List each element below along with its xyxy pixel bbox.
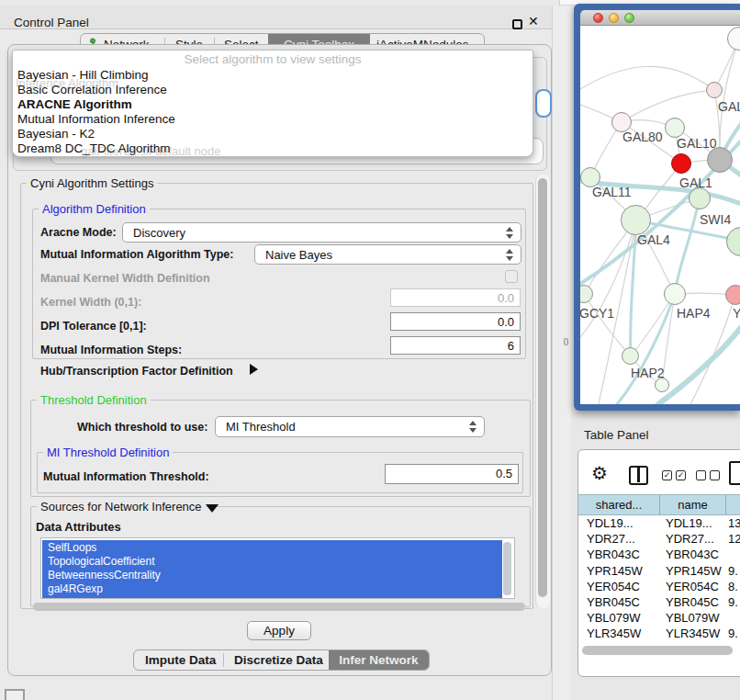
node-label-clipped: GAL [718,99,740,114]
tab-impute-data[interactable]: Impute Data [145,653,216,667]
settings-scrollbar-thumb[interactable] [538,178,547,597]
dropdown-placeholder: Select algorithm to view settings [13,52,533,66]
cell: 9. [728,564,738,578]
mi-steps-field[interactable]: 6 [390,336,521,355]
tab-separator [223,653,224,667]
corner-widget-icon[interactable] [5,689,25,700]
cell: 9. [728,627,738,640]
window-minimize-icon[interactable] [609,13,619,23]
table-horizontal-scrollbar[interactable] [582,646,733,655]
panel-splitter[interactable] [552,6,571,700]
network-canvas[interactable]: GAL80 GAL10 GAL1 GAL11 SWI4 GAL4 GCY1 HA… [580,26,740,404]
page-icon-clipped[interactable] [729,461,740,485]
column-header-name[interactable]: name [660,498,725,512]
table-row[interactable]: YLR345W YLR345W 9. [578,626,740,641]
list-item-selected[interactable]: TopologicalCoefficient [42,554,502,568]
mi-steps-label: Mutual Information Steps: [40,344,182,356]
algorithm-combobox-fragment[interactable] [535,89,552,118]
network-node-salmon[interactable] [725,285,740,305]
mi-algorithm-type-value: Naive Bayes [265,248,332,262]
cell: YBR045C [666,595,719,609]
float-window-icon[interactable] [512,19,522,29]
network-node-gal10[interactable] [665,118,685,138]
network-node[interactable] [706,82,723,98]
aracne-mode-value: Discovery [133,226,185,240]
checked-checkbox-icon[interactable]: ✓ [676,470,686,480]
data-attributes-label: Data Attributes [36,520,121,534]
split-columns-icon[interactable] [629,466,648,485]
dropdown-item[interactable]: Bayesian - Hill Climbing [17,68,149,82]
table-row[interactable]: YER054C YER054C 8. [578,579,740,594]
dropdown-item[interactable]: Dream8 DC_TDC Algorithm [17,141,171,155]
table-row[interactable]: YDL19... YDL19... 13 [578,515,740,531]
node-label: HAP4 [677,306,711,321]
unchecked-checkbox-icon[interactable] [696,470,706,480]
cell: YDR27... [666,532,714,546]
network-window-titlebar[interactable] [580,10,740,26]
cell: YPR145W [587,564,643,578]
network-node-gal4[interactable] [621,205,651,235]
mi-threshold-label: Mutual Information Threshold: [43,470,209,483]
node-label: GAL4 [637,232,670,247]
control-panel-titlebar: Control Panel ✕ [0,6,560,29]
control-panel-title: Control Panel [14,16,89,29]
kernel-width-field[interactable]: 0.0 [390,288,521,307]
tab-infer-network[interactable]: Infer Network [329,650,429,670]
cell: 9. [728,595,738,609]
node-label: GAL1 [679,175,712,190]
window-zoom-icon[interactable] [624,13,634,23]
table-row[interactable]: YBR043C YBR043C [578,547,740,562]
dropdown-item[interactable]: Bayesian - K2 [17,127,95,141]
algorithm-dropdown-list: Select algorithm to view settings Bayesi… [12,50,533,157]
node-label: GAL10 [677,136,717,151]
collapse-arrow-icon[interactable] [206,504,219,513]
unchecked-checkbox-icon[interactable] [710,470,720,480]
cell: YBL079W [666,611,720,625]
tab-discretize-data[interactable]: Discretize Data [234,653,323,667]
list-item-selected[interactable]: SelfLoops [42,540,502,554]
network-node-gray[interactable] [707,147,733,173]
table-row-clipped[interactable]: YIL052C YIL052C 9. [578,642,740,645]
which-threshold-combobox[interactable]: MI Threshold [215,416,485,437]
horizontal-scrollbar[interactable] [33,603,525,611]
network-node-hap4[interactable] [664,283,686,305]
table-row[interactable]: YBR045C YBR045C 9. [578,594,740,610]
dropdown-item[interactable]: Basic Correlation Inference [17,83,167,96]
cell: YBR043C [587,548,640,561]
column-divider[interactable] [725,495,726,516]
expand-arrow-icon[interactable] [250,364,258,375]
kernel-width-label: Kernel Width (0,1): [40,296,141,309]
list-item-selected[interactable]: BetweennessCentrality [42,568,502,581]
window-close-icon[interactable] [593,13,603,23]
network-node-hap2[interactable] [622,347,639,365]
column-header-shared[interactable]: shared... [578,498,659,512]
network-node-selected-red[interactable] [671,153,691,174]
dropdown-item-selected[interactable]: ARACNE Algorithm [17,97,132,111]
splitter-handle-icon[interactable] [564,338,568,345]
manual-kernel-width-checkbox[interactable] [505,270,518,283]
stepper-arrows-icon [469,421,477,433]
bottom-tabbar: Impute Data Discretize Data Infer Networ… [133,649,430,671]
table-row[interactable]: YPR145W YPR145W 9. [578,563,740,579]
gear-icon[interactable]: ⚙ [591,462,608,484]
apply-button[interactable]: Apply [247,621,311,640]
list-item-selected[interactable]: gal4RGexp [42,581,502,598]
aracne-mode-combobox[interactable]: Discovery [122,222,521,243]
table-row[interactable]: YDR27... YDR27... 12 [578,531,740,547]
dpi-tolerance-field[interactable]: 0.0 [390,312,521,331]
list-vertical-scrollbar[interactable] [503,542,511,595]
which-threshold-label: Which threshold to use: [77,421,207,434]
dropdown-item[interactable]: Mutual Information Inference [17,112,175,126]
close-icon[interactable]: ✕ [528,14,539,28]
control-panel: Control Panel ✕ Network Style Select Cyn… [0,0,560,700]
table-row[interactable]: YBL079W YBL079W [578,610,740,626]
mi-algorithm-type-combobox[interactable]: Naive Bayes [254,244,521,265]
network-node-swi4[interactable] [689,187,711,209]
cell: 13 [728,516,740,530]
mi-threshold-group-title: MI Threshold Definition [43,446,173,459]
mi-threshold-field[interactable]: 0.5 [385,464,519,484]
algorithm-definition-title: Algorithm Definition [39,202,150,216]
checked-checkbox-icon[interactable]: ✓ [662,470,672,480]
cell: YIL052C [666,643,712,645]
cell: YER054C [666,580,719,593]
